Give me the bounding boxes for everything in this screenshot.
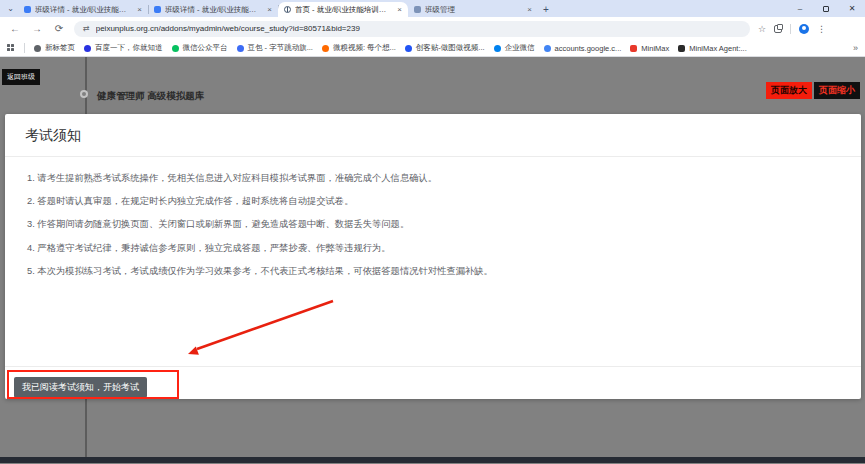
bookmark-label: MiniMax [641, 44, 669, 53]
bookmark-favicon [630, 45, 637, 52]
page-zoom-in-button[interactable]: 页面放大 [766, 82, 812, 99]
bookmark-favicon [84, 45, 91, 52]
bookmark-item[interactable]: MiniMax Agent:... [678, 44, 747, 53]
tab-title: 班级管理 [425, 5, 523, 15]
browser-tab-active[interactable]: 首页 - 就业/职业技能培训课程... × [278, 2, 408, 17]
window-close-button[interactable]: ✕ [839, 0, 865, 17]
globe-icon [284, 6, 291, 13]
bookmark-favicon [544, 45, 551, 52]
page-content: 返回班级 健康管理师 高级模拟题库 页面放大 页面缩小 考试须知 1. 请考生提… [0, 57, 865, 463]
tab-search-button[interactable]: ⌄ [3, 1, 18, 16]
tab-close-icon[interactable]: × [527, 5, 532, 14]
tab-favicon [414, 6, 421, 13]
new-tab-button[interactable]: + [538, 2, 554, 17]
navigation-bar: ← → ⟳ ⇄ peixunplus.org.cn/addons/myadmin… [0, 17, 865, 40]
screen: ⌄ 班级详情 - 就业/职业技能培训... × 班级详情 - 就业/职业技能培训… [0, 0, 865, 464]
browser-tab[interactable]: 班级详情 - 就业/职业技能培训... × [148, 2, 278, 17]
window-minimize-button[interactable]: – [787, 0, 813, 17]
apps-grid-icon[interactable] [7, 44, 15, 52]
bookmark-favicon [172, 45, 179, 52]
notice-item: 1. 请考生提前熟悉考试系统操作，凭相关信息进入对应科目模拟考试界面，准确完成个… [27, 173, 839, 183]
bookmark-star-icon[interactable]: ☆ [758, 24, 766, 34]
notice-title: 考试须知 [5, 114, 861, 156]
bookmark-label: 百度一下，你就知道 [95, 43, 163, 53]
bookmark-label: 微糗视频: 每个想... [333, 43, 396, 53]
bookmark-item[interactable]: 微信公众平台 [172, 43, 228, 53]
course-title: 健康管理师 高级模拟题库 [97, 90, 204, 103]
tab-title: 班级详情 - 就业/职业技能培训... [35, 5, 133, 15]
notice-item: 4. 严格遵守考试纪律，秉持诚信参考原则，独立完成答题，严禁抄袭、作弊等违规行为… [27, 243, 839, 253]
tab-favicon [24, 6, 31, 13]
bookmark-item[interactable]: MiniMax [630, 44, 669, 53]
bookmark-item[interactable]: 企业微信 [494, 43, 535, 53]
tab-strip: ⌄ 班级详情 - 就业/职业技能培训... × 班级详情 - 就业/职业技能培训… [0, 0, 865, 17]
timeline-node [80, 90, 88, 98]
page-zoom-controls: 页面放大 页面缩小 [766, 82, 860, 99]
notice-list: 1. 请考生提前熟悉考试系统操作，凭相关信息进入对应科目模拟考试界面，准确完成个… [5, 157, 861, 305]
bookmark-label: accounts.google.c... [555, 44, 622, 53]
bookmark-label: 微信公众平台 [183, 43, 228, 53]
bookmark-label: MiniMax Agent:... [689, 44, 747, 53]
start-exam-button[interactable]: 我已阅读考试须知，开始考试 [14, 377, 147, 398]
browser-tab[interactable]: 班级管理 × [408, 2, 538, 17]
tab-close-icon[interactable]: × [137, 5, 142, 14]
window-controls: – ✕ [787, 0, 865, 17]
forward-button[interactable]: → [30, 23, 44, 34]
tab-close-icon[interactable]: × [267, 5, 272, 14]
bookmark-favicon [34, 45, 41, 52]
exam-notice-card: 考试须知 1. 请考生提前熟悉考试系统操作，凭相关信息进入对应科目模拟考试界面，… [5, 114, 861, 399]
tab-close-icon[interactable]: × [397, 5, 402, 14]
bookmark-favicon [678, 45, 685, 52]
bookmark-label: 豆包 - 字节跳动旗... [248, 43, 313, 53]
toolbar-separator [790, 24, 791, 34]
page-zoom-out-button[interactable]: 页面缩小 [814, 82, 860, 99]
bookmarks-overflow-chevron[interactable]: » [853, 43, 858, 53]
bookmark-item[interactable]: accounts.google.c... [544, 44, 622, 53]
bottom-strip [0, 457, 865, 463]
notice-item: 2. 答题时请认真审题，在规定时长内独立完成作答，超时系统将自动提交试卷。 [27, 196, 839, 206]
maximize-icon [823, 6, 829, 12]
bookmark-item[interactable]: 新标签页 [34, 43, 75, 53]
bookmark-favicon [405, 45, 412, 52]
bookmark-favicon [322, 45, 329, 52]
refresh-button[interactable]: ⟳ [52, 23, 66, 34]
bookmark-label: 创客贴-做图做视频... [416, 43, 485, 53]
notice-item: 5. 本次为模拟练习考试，考试成绩仅作为学习效果参考，不代表正式考核结果，可依据… [27, 266, 839, 276]
return-to-class-button[interactable]: 返回班级 [2, 69, 40, 85]
notice-item: 3. 作答期间请勿随意切换页面、关闭窗口或刷新界面，避免造成答题中断、数据丢失等… [27, 219, 839, 229]
back-button[interactable]: ← [8, 23, 22, 34]
bookmark-item[interactable]: 微糗视频: 每个想... [322, 43, 396, 53]
card-footer-divider [5, 366, 861, 367]
tab-title: 首页 - 就业/职业技能培训课程... [295, 5, 393, 15]
bookmark-label: 新标签页 [45, 43, 75, 53]
extensions-icon[interactable] [774, 25, 782, 33]
bookmark-label: 企业微信 [505, 43, 535, 53]
bookmark-favicon [237, 45, 244, 52]
tab-favicon [154, 6, 161, 13]
bookmark-favicon [494, 45, 501, 52]
bookmark-item[interactable]: 豆包 - 字节跳动旗... [237, 43, 313, 53]
bookmarks-separator [24, 43, 25, 53]
tune-icon[interactable]: ⇄ [83, 24, 90, 33]
bookmark-item[interactable]: 百度一下，你就知道 [84, 43, 163, 53]
tab-title: 班级详情 - 就业/职业技能培训... [165, 5, 263, 15]
kebab-menu-button[interactable]: ⋮ [817, 24, 826, 34]
window-maximize-button[interactable] [813, 0, 839, 17]
bookmark-item[interactable]: 创客贴-做图做视频... [405, 43, 485, 53]
url-bar[interactable]: ⇄ peixunplus.org.cn/addons/myadmin/web/c… [74, 21, 750, 37]
url-text: peixunplus.org.cn/addons/myadmin/web/cou… [96, 24, 360, 33]
bookmarks-bar: 新标签页 百度一下，你就知道 微信公众平台 豆包 - 字节跳动旗... 微糗视频… [0, 40, 865, 57]
profile-avatar[interactable] [799, 24, 809, 34]
browser-tab[interactable]: 班级详情 - 就业/职业技能培训... × [18, 2, 148, 17]
